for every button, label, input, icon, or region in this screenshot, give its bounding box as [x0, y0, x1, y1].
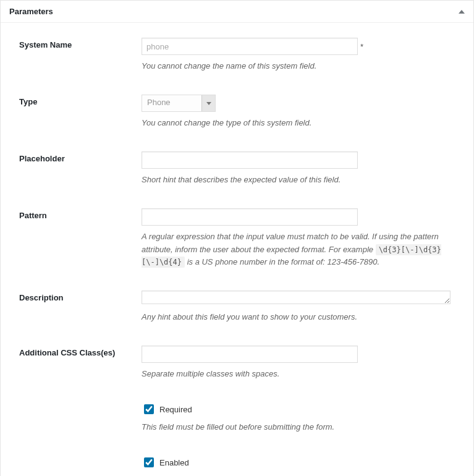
- enabled-checkbox-line[interactable]: Enabled: [142, 456, 455, 469]
- css-classes-help: Separate multiple classes with spaces.: [142, 368, 455, 380]
- panel-title: Parameters: [9, 7, 53, 16]
- required-asterisk: *: [360, 42, 363, 51]
- pattern-help: A regular expression that the input valu…: [142, 231, 455, 268]
- description-textarea[interactable]: [142, 291, 451, 304]
- system-name-label: System Name: [19, 38, 142, 49]
- pattern-label: Pattern: [19, 208, 142, 220]
- row-css-classes: Additional CSS Class(es) Separate multip…: [19, 346, 455, 380]
- parameters-panel: Parameters System Name * You cannot chan…: [0, 0, 474, 476]
- panel-body: System Name * You cannot change the name…: [1, 23, 473, 476]
- required-checkbox[interactable]: [144, 404, 154, 414]
- required-label: Required: [159, 405, 192, 414]
- enabled-label: Enabled: [159, 458, 189, 467]
- placeholder-label: Placeholder: [19, 151, 142, 163]
- css-classes-input[interactable]: [142, 346, 358, 363]
- row-description: Description Any hint about this field yo…: [19, 291, 455, 323]
- description-help: Any hint about this field you want to sh…: [142, 311, 455, 323]
- type-select-value: Phone: [142, 95, 201, 111]
- row-pattern: Pattern A regular expression that the in…: [19, 208, 455, 268]
- type-help: You cannot change the type of this syste…: [142, 117, 455, 129]
- type-label: Type: [19, 95, 142, 106]
- css-classes-label: Additional CSS Class(es): [19, 346, 142, 357]
- description-label: Description: [19, 291, 142, 302]
- type-select: Phone: [142, 95, 216, 112]
- system-name-help: You cannot change the name of this syste…: [142, 60, 455, 72]
- row-system-name: System Name * You cannot change the name…: [19, 38, 455, 72]
- pattern-help-post: is a US phone number in the format of: 1…: [185, 257, 379, 266]
- enabled-checkbox[interactable]: [144, 457, 154, 467]
- row-enabled: Enabled Display this field on the form.: [19, 456, 455, 476]
- placeholder-input[interactable]: [142, 151, 358, 169]
- row-type: Type Phone You cannot change the type of…: [19, 95, 455, 129]
- required-help: This field must be filled out before sub…: [142, 421, 455, 433]
- panel-header[interactable]: Parameters: [1, 1, 473, 23]
- row-placeholder: Placeholder Short hint that describes th…: [19, 151, 455, 186]
- required-checkbox-line[interactable]: Required: [142, 402, 455, 416]
- collapse-icon: [459, 10, 465, 14]
- system-name-input: [142, 38, 358, 55]
- pattern-input[interactable]: [142, 208, 358, 226]
- row-required: Required This field must be filled out b…: [19, 402, 455, 433]
- chevron-down-icon: [201, 95, 215, 111]
- placeholder-help: Short hint that describes the expected v…: [142, 174, 455, 186]
